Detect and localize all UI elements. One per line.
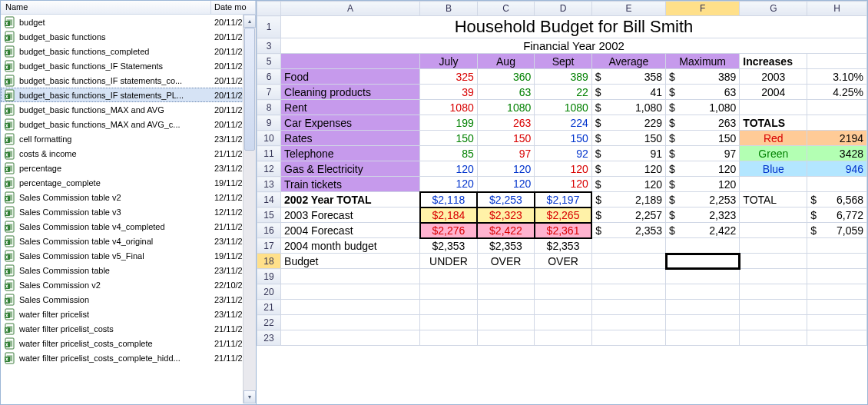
file-name: Sales Commission table v2 xyxy=(19,193,214,202)
col-C[interactable]: C xyxy=(477,2,535,16)
file-name: costs & income xyxy=(19,149,214,158)
row-14[interactable]: 14 xyxy=(257,192,281,207)
row-6[interactable]: 6 xyxy=(257,69,281,85)
file-item[interactable]: budget_basic functions_completed20/11/20 xyxy=(1,44,256,58)
file-item[interactable]: water filter pricelist23/11/20 xyxy=(1,307,256,321)
excel-file-icon xyxy=(4,89,16,101)
file-item[interactable]: Sales Commission table v4_original23/11/… xyxy=(1,234,256,248)
hdr-max: Maximum xyxy=(666,54,740,69)
excel-file-icon xyxy=(4,352,16,364)
file-item[interactable]: water filter pricelist_costs21/11/20 xyxy=(1,321,256,336)
select-all-corner[interactable] xyxy=(257,2,281,16)
file-list-panel: Name Date mo budget20/11/20budget_basic … xyxy=(1,1,257,404)
col-A[interactable]: A xyxy=(281,2,420,16)
sheet-title: Household Budget for Bill Smith xyxy=(281,16,866,38)
file-name: Sales Commission xyxy=(19,295,214,304)
file-item[interactable]: costs & income21/11/20 xyxy=(1,146,256,161)
file-item[interactable]: percentage_complete19/11/20 xyxy=(1,175,256,190)
file-item[interactable]: water filter pricelist_costs_complete21/… xyxy=(1,336,256,350)
excel-file-icon xyxy=(4,191,16,204)
row-18[interactable]: 18 xyxy=(257,254,281,269)
row-13[interactable]: 13 xyxy=(257,177,281,192)
svg-rect-59 xyxy=(5,298,10,304)
file-item[interactable]: water filter pricelist_costs_complete_hi… xyxy=(1,350,256,365)
file-item[interactable]: Sales Commission v222/10/20 xyxy=(1,277,256,292)
category-label: Cleaning products xyxy=(281,85,419,99)
col-E[interactable]: E xyxy=(591,2,665,16)
spreadsheet[interactable]: A B C D E F G H 1 Household Budget for B… xyxy=(257,1,867,404)
file-item[interactable]: percentage23/11/20 xyxy=(1,161,256,175)
scroll-up-button[interactable]: ▴ xyxy=(244,15,256,28)
row-15[interactable]: 15 xyxy=(257,207,281,223)
column-header-row[interactable]: A B C D E F G H xyxy=(257,2,867,16)
grid[interactable]: A B C D E F G H 1 Household Budget for B… xyxy=(257,1,867,346)
row-11[interactable]: 11 xyxy=(257,146,281,161)
row-8[interactable]: 8 xyxy=(257,100,281,115)
file-name: Sales Commission table v5_Final xyxy=(19,251,214,261)
file-item[interactable]: Sales Commission table v5_Final19/11/20 xyxy=(1,248,256,263)
column-header-name[interactable]: Name xyxy=(1,1,211,14)
svg-rect-26 xyxy=(5,138,10,143)
file-list-header[interactable]: Name Date mo xyxy=(1,1,256,15)
row-7[interactable]: 7 xyxy=(257,85,281,100)
scrollbar-vertical[interactable]: ▴ ▾ xyxy=(243,15,256,403)
row-16[interactable]: 16 xyxy=(257,223,281,238)
row-12[interactable]: 12 xyxy=(257,161,281,177)
file-item[interactable]: budget_basic functions20/11/20 xyxy=(1,29,256,44)
file-name: Sales Commission table xyxy=(19,266,214,275)
file-item[interactable]: budget20/11/20 xyxy=(1,15,256,29)
excel-file-icon xyxy=(4,16,16,28)
file-item[interactable]: Sales Commission table v212/11/20 xyxy=(1,190,256,204)
svg-rect-38 xyxy=(5,196,10,201)
col-G[interactable]: G xyxy=(740,2,807,16)
active-cell-F18[interactable] xyxy=(666,254,740,269)
row-20[interactable]: 20 xyxy=(257,284,281,300)
col-D[interactable]: D xyxy=(535,2,592,16)
row-5[interactable]: 5 xyxy=(257,54,281,69)
file-item[interactable]: Sales Commission table v4_completed21/11… xyxy=(1,219,256,234)
file-item[interactable]: Sales Commission table v312/11/20 xyxy=(1,204,256,219)
row-23[interactable]: 23 xyxy=(257,330,281,346)
svg-rect-50 xyxy=(5,254,10,260)
category-label: Food xyxy=(281,70,419,84)
file-item[interactable]: budget_basic functions_IF Statements20/1… xyxy=(1,58,256,73)
row-9[interactable]: 9 xyxy=(257,115,281,131)
column-header-date[interactable]: Date mo xyxy=(211,1,256,14)
scroll-thumb[interactable] xyxy=(244,28,255,151)
hdr-blank[interactable] xyxy=(281,54,420,69)
file-item[interactable]: Sales Commission23/11/20 xyxy=(1,292,256,307)
col-B[interactable]: B xyxy=(420,2,478,16)
row-22[interactable]: 22 xyxy=(257,315,281,330)
row-10[interactable]: 10 xyxy=(257,131,281,146)
file-list[interactable]: budget20/11/20budget_basic functions20/1… xyxy=(1,15,256,404)
hdr-avg: Average xyxy=(591,54,665,69)
file-item[interactable]: Sales Commission table23/11/20 xyxy=(1,263,256,277)
excel-file-icon xyxy=(4,60,16,72)
row-17[interactable]: 17 xyxy=(257,238,281,254)
file-name: budget_basic functions_MAX and AVG_c... xyxy=(19,120,214,129)
hdr-july: July xyxy=(420,54,478,69)
file-item[interactable]: budget_basic functions_MAX and AVG20/11/… xyxy=(1,102,256,117)
svg-rect-44 xyxy=(5,225,10,231)
row-21[interactable]: 21 xyxy=(257,300,281,315)
col-F[interactable]: F xyxy=(666,2,740,16)
file-item[interactable]: cell formatting23/11/20 xyxy=(1,131,256,146)
excel-file-icon xyxy=(4,104,16,116)
excel-file-icon xyxy=(4,206,16,218)
scroll-track[interactable] xyxy=(244,28,256,390)
row-1[interactable]: 1 xyxy=(257,16,281,38)
excel-file-icon xyxy=(4,118,16,131)
row-19[interactable]: 19 xyxy=(257,269,281,284)
excel-file-icon xyxy=(4,323,16,335)
category-label: Gas & Electricity xyxy=(281,162,419,176)
file-item[interactable]: budget_basic functions_MAX and AVG_c...2… xyxy=(1,117,256,131)
file-item[interactable]: budget_basic functions_IF statements_co.… xyxy=(1,73,256,88)
row-3[interactable]: 3 xyxy=(257,38,281,54)
file-name: Sales Commission table v3 xyxy=(19,207,214,217)
file-item[interactable]: budget_basic functions_IF statements_PL.… xyxy=(1,88,256,102)
col-H[interactable]: H xyxy=(807,2,867,16)
file-name: cell formatting xyxy=(19,134,214,144)
scroll-down-button[interactable]: ▾ xyxy=(244,390,256,403)
svg-rect-65 xyxy=(5,327,10,333)
excel-file-icon xyxy=(4,45,16,58)
